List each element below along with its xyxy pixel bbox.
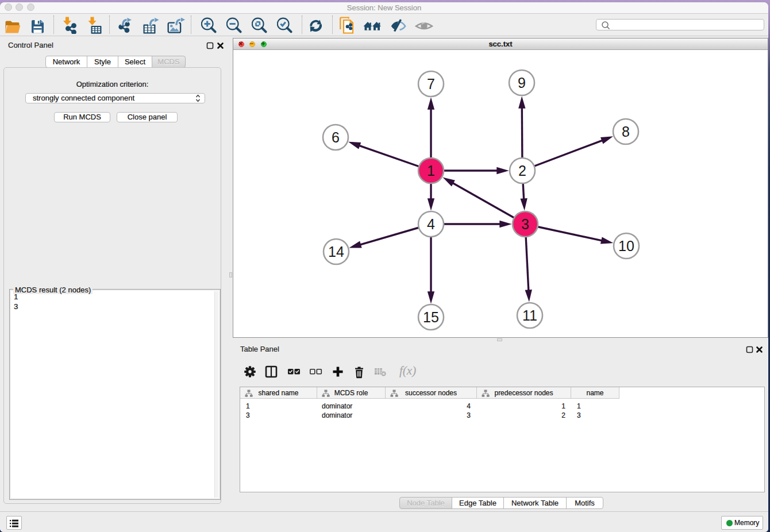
svg-text:9: 9: [518, 75, 526, 91]
svg-text:10: 10: [618, 238, 634, 254]
svg-text:2: 2: [518, 163, 526, 179]
svg-text:3: 3: [521, 216, 529, 232]
svg-text:6: 6: [332, 129, 340, 145]
svg-text:15: 15: [423, 309, 439, 325]
svg-text:1: 1: [427, 163, 435, 179]
svg-text:8: 8: [622, 124, 630, 140]
svg-text:7: 7: [427, 76, 435, 92]
svg-text:11: 11: [522, 307, 537, 323]
svg-text:4: 4: [427, 216, 435, 232]
svg-text:14: 14: [328, 244, 344, 260]
